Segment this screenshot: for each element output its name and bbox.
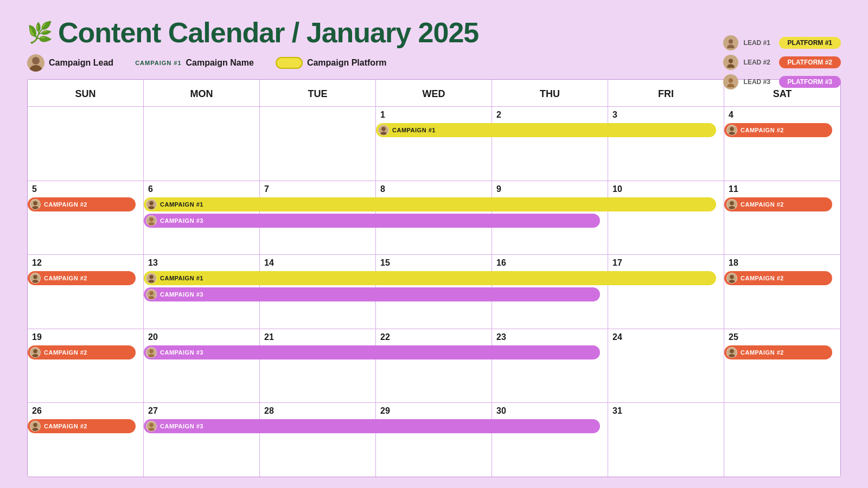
calendar-week: 262728293031CAMPAIGN #2CAMPAIGN #3 [28,403,840,477]
day-number: 9 [496,184,603,194]
calendar-cell: 31 [608,403,724,477]
svg-point-0 [32,57,40,65]
top-right-lead-item: LEAD #2PLATFORM #2 [723,55,841,70]
calendar-week: 12131415161718CAMPAIGN #2CAMPAIGN #1CAMP… [28,255,840,329]
calendar-cell: 24 [608,329,724,403]
day-number: 28 [264,406,371,416]
top-right-lead-item: LEAD #3PLATFORM #3 [723,74,841,89]
calendar-day-header: THU [492,80,608,107]
calendar-week: 1234CAMPAIGN #1CAMPAIGN #2 [28,107,840,181]
calendar-week: 19202122232425CAMPAIGN #2CAMPAIGN #3CAMP… [28,329,840,403]
calendar-cell: 15 [376,255,492,329]
day-number: 18 [729,258,836,268]
top-right-avatar [723,74,738,89]
top-right-avatar [723,55,738,70]
platform-button[interactable]: PLATFORM #3 [779,76,841,88]
day-number: 10 [612,184,719,194]
day-number: 24 [612,332,719,342]
top-right-avatar [723,35,738,50]
calendar-cell: 14 [260,255,376,329]
svg-point-37 [727,84,734,87]
calendar-body: 1234CAMPAIGN #1CAMPAIGN #2567891011CAMPA… [28,107,840,477]
calendar-cell [144,107,260,181]
day-number: 26 [32,406,139,416]
calendar-cell [260,107,376,181]
svg-point-36 [728,78,732,82]
legend-lead-avatar [27,54,44,72]
day-number: 4 [729,110,836,120]
calendar-cell [724,403,840,477]
calendar-cell: 26 [28,403,144,477]
calendar-cell: 25 [724,329,840,403]
day-number: 14 [264,258,371,268]
top-right-lead-label: LEAD #3 [744,78,774,86]
calendar-cell [28,107,144,181]
calendar-cell: 28 [260,403,376,477]
calendar-cell: 20 [144,329,260,403]
calendar-cell: 1 [376,107,492,181]
day-number: 15 [380,258,487,268]
calendar-cell: 13 [144,255,260,329]
top-right-legend: LEAD #1PLATFORM #1LEAD #2PLATFORM #2LEAD… [723,35,841,89]
calendar-day-header: TUE [260,80,376,107]
day-number: 30 [496,406,603,416]
day-number: 8 [380,184,487,194]
day-number: 2 [496,110,603,120]
top-right-lead-label: LEAD #1 [744,39,774,47]
day-number: 12 [32,258,139,268]
day-number: 5 [32,184,139,194]
day-number: 19 [32,332,139,342]
calendar-cell: 30 [492,403,608,477]
top-right-lead-item: LEAD #1PLATFORM #1 [723,35,841,50]
calendar-cell: 21 [260,329,376,403]
calendar-day-header: SUN [28,80,144,107]
svg-point-35 [727,64,734,68]
calendar-header: SUNMONTUEWEDTHUFRISAT [28,80,840,107]
day-number: 6 [148,184,255,194]
calendar-cell: 22 [376,329,492,403]
calendar-cell: 10 [608,181,724,255]
legend-lead-label: Campaign Lead [49,58,113,68]
day-number: 23 [496,332,603,342]
day-number: 1 [380,110,487,120]
day-number: 25 [729,332,836,342]
legend-platform: Campaign Platform [276,57,387,69]
day-number: 20 [148,332,255,342]
day-number: 31 [612,406,719,416]
calendar-cell: 11 [724,181,840,255]
day-number: 22 [380,332,487,342]
calendar-week: 567891011CAMPAIGN #2CAMPAIGN #1CAMPAIGN … [28,181,840,255]
svg-point-34 [728,59,732,63]
platform-button[interactable]: PLATFORM #1 [779,37,841,49]
calendar-day-header: WED [376,80,492,107]
day-number: 7 [264,184,371,194]
day-number: 13 [148,258,255,268]
calendar-cell: 12 [28,255,144,329]
calendar-cell: 27 [144,403,260,477]
calendar-cell: 18 [724,255,840,329]
calendar-cell: 7 [260,181,376,255]
calendar-cell: 6 [144,181,260,255]
legend-campaign-tag: CAMPAIGN #1 [135,60,181,66]
svg-point-32 [728,39,732,43]
svg-point-1 [30,65,42,72]
legend-row: Campaign Lead CAMPAIGN #1 Campaign Name … [27,54,841,72]
header: 🌿 Content Calendar / January 2025 [27,16,841,49]
calendar-cell: 2 [492,107,608,181]
calendar-cell: 19 [28,329,144,403]
legend-platform-swatch [276,57,303,69]
calendar-cell: 29 [376,403,492,477]
calendar-cell: 23 [492,329,608,403]
calendar-cell: 9 [492,181,608,255]
day-number: 3 [612,110,719,120]
day-number: 11 [729,184,836,194]
day-number: 17 [612,258,719,268]
day-number: 21 [264,332,371,342]
calendar-cell: 4 [724,107,840,181]
platform-button[interactable]: PLATFORM #2 [779,56,841,68]
calendar-cell: 3 [608,107,724,181]
svg-point-33 [727,44,734,48]
calendar: SUNMONTUEWEDTHUFRISAT 1234CAMPAIGN #1CAM… [27,79,841,477]
legend-platform-label: Campaign Platform [307,58,387,68]
legend-campaign-name: Campaign Name [186,58,254,68]
